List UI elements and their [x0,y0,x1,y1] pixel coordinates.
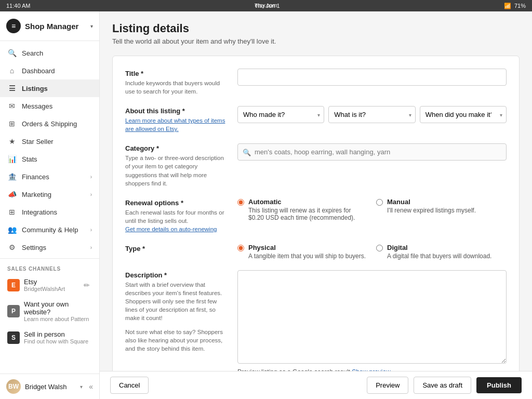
sidebar-collapse-button[interactable]: « [89,382,93,391]
page-title: Listing details [112,22,520,35]
sidebar-item-listings[interactable]: ☰ Listings [0,79,99,97]
footer-chevron: ▾ [80,384,83,390]
star-icon: ★ [7,137,17,145]
category-search-icon: 🔍 [243,148,251,156]
finances-icon: 🏦 [7,172,17,181]
page-subtitle: Tell the world all about your item and w… [112,37,520,45]
type-options: Physical A tangible item that you will s… [237,244,507,260]
type-physical-radio[interactable] [237,245,244,251]
divider [0,258,99,259]
cancel-button[interactable]: Cancel [110,377,149,394]
bottom-toolbar: Cancel Preview Save as draft Publish [100,371,532,399]
main-content: Listing details Tell the world all about… [100,11,532,399]
what-is-it-select[interactable]: What is it? A finished product A supply … [328,106,415,123]
finances-arrow: › [90,174,92,180]
sidebar-title: Shop Manager [25,22,78,31]
listing-form: Title * Include keywords that buyers wou… [112,56,520,371]
sidebar-item-stats[interactable]: 📊 Stats [0,150,99,168]
sidebar-item-messages[interactable]: ✉ Messages [0,97,99,115]
when-made-select[interactable]: When did you make it? Made to order 2020… [420,106,507,123]
sidebar-item-settings[interactable]: ⚙ Settings › [0,238,99,256]
stats-icon: 📊 [7,155,17,163]
renewal-automatic-radio[interactable] [237,199,244,206]
sidebar-nav: 🔍 Search ⌂ Dashboard ☰ Listings ✉ Messag… [0,41,99,374]
renewal-link[interactable]: Get more details on auto-renewing [125,225,229,233]
preview-button[interactable]: Preview [367,377,408,394]
pattern-channel-sub: Learn more about Pattern [24,316,92,322]
channel-square[interactable]: S Sell in person Find out how with Squar… [0,326,99,349]
settings-icon: ⚙ [7,243,17,251]
type-physical-option: Physical A tangible item that you will s… [237,244,368,260]
sidebar-item-integrations[interactable]: ⊞ Integrations [0,203,99,221]
channel-pattern[interactable]: P Want your own website? Learn more abou… [0,296,99,326]
renewal-automatic-sub: This listing will renew as it expires fo… [248,207,368,221]
sidebar-footer[interactable]: BW Bridget Walsh ▾ « [0,374,99,399]
square-channel-name: Sell in person [24,330,92,338]
category-label: Category * [125,144,229,152]
sidebar-item-label: Dashboard [22,67,55,75]
description-sublabel1: Start with a brief overview that describ… [125,281,229,322]
when-made-wrapper: When did you make it? Made to order 2020… [420,106,507,123]
type-digital-label: Digital [387,244,491,251]
category-search-wrapper: 🔍 [237,143,507,161]
wifi-icon: 📶 [504,3,511,9]
sidebar-item-marketing[interactable]: 📣 Marketing › [0,185,99,203]
sidebar-item-orders-shipping[interactable]: ⊞ Orders & Shipping [0,115,99,132]
sidebar-item-label: Orders & Shipping [22,120,77,128]
dashboard-icon: ⌂ [7,66,17,75]
user-avatar: BW [6,379,21,394]
sidebar-item-label: Star Seller [22,138,54,145]
sidebar-item-finances[interactable]: 🏦 Finances › [0,168,99,185]
who-made-it-wrapper: Who made it? I did A member of my shop A… [237,106,324,123]
battery-indicator: 71% [514,3,526,9]
etsy-channel-name: Etsy [24,278,77,286]
orders-icon: ⊞ [7,119,17,128]
save-draft-button[interactable]: Save as draft [414,377,471,394]
title-sublabel: Include keywords that buyers would use t… [125,79,229,96]
footer-username: Bridget Walsh [25,383,76,391]
square-channel-sub: Find out how with Square [24,338,92,344]
integrations-icon: ⊞ [7,208,17,216]
about-select-row: Who made it? I did A member of my shop A… [237,106,507,123]
pattern-channel-name: Want your own website? [24,300,92,316]
sidebar-item-community-help[interactable]: 👥 Community & Help › [0,221,99,238]
channel-etsy[interactable]: E Etsy BridgetWalshArt ✏ [0,274,99,296]
category-row: Category * Type a two- or three-word des… [125,143,507,187]
sidebar-item-label: Search [22,49,43,57]
publish-button[interactable]: Publish [476,377,522,393]
marketing-icon: 📣 [7,190,17,198]
about-link[interactable]: Learn more about what types of items are… [125,116,229,133]
etsy-channel-icon: E [7,279,20,291]
renewal-manual-label: Manual [387,198,476,206]
sidebar-title-chevron: ▾ [90,23,93,29]
shop-manager-header[interactable]: ≡ Shop Manager ▾ [0,11,99,41]
status-url: etsy.com [255,2,277,9]
title-input[interactable] [237,69,507,86]
sales-channels-label: SALES CHANNELS [0,261,99,274]
who-made-it-select[interactable]: Who made it? I did A member of my shop A… [237,106,324,123]
shop-logo: ≡ [6,19,21,33]
type-digital-radio[interactable] [376,245,383,251]
community-icon: 👥 [7,225,17,234]
category-input[interactable] [237,143,507,161]
sidebar-item-search[interactable]: 🔍 Search [0,44,99,62]
sidebar-item-label: Community & Help [22,226,78,234]
sidebar: ≡ Shop Manager ▾ 🔍 Search ⌂ Dashboard ☰ … [0,11,100,399]
renewal-manual-radio[interactable] [376,199,383,206]
description-textarea[interactable] [237,270,507,364]
etsy-channel-edit-icon[interactable]: ✏ [82,280,92,290]
status-icons: 📶 71% [504,3,526,9]
etsy-channel-sub: BridgetWalshArt [24,286,77,292]
content-area: Listing details Tell the world all about… [100,11,532,371]
square-channel-icon: S [7,331,20,344]
community-arrow: › [90,227,92,233]
sidebar-item-dashboard[interactable]: ⌂ Dashboard [0,62,99,79]
settings-arrow: › [90,245,92,250]
sidebar-item-star-seller[interactable]: ★ Star Seller [0,132,99,150]
sidebar-item-label: Stats [22,155,37,163]
title-label: Title * [125,70,229,77]
title-row: Title * Include keywords that buyers wou… [125,69,507,96]
renewal-sublabel: Each renewal lasts for four months or un… [125,208,229,225]
type-row: Type * Physical A tangible item that you… [125,244,507,260]
sidebar-item-label: Settings [22,244,46,251]
